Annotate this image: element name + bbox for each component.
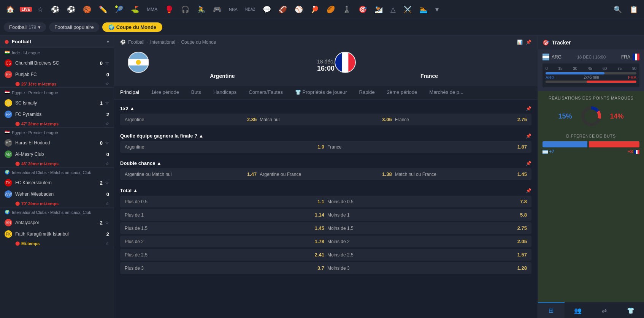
match-row[interactable]: PF Punjab FC 0: [0, 69, 114, 80]
tracker-tab-shirt[interactable]: 👕: [617, 302, 644, 318]
live-badge[interactable]: LIVE: [20, 7, 32, 12]
football-populaire-button[interactable]: Football populaire: [49, 22, 99, 32]
triangle-icon[interactable]: △: [388, 4, 398, 15]
match-row[interactable]: HE Haras El Hodood 0 ☆: [0, 137, 114, 149]
match-row[interactable]: SI SC Ismaily 1 ☆: [0, 97, 114, 109]
stats-icon[interactable]: 📊: [517, 40, 523, 45]
tab-principal[interactable]: Principal: [114, 85, 145, 100]
bet-col-fra-finale[interactable]: France 1.87: [327, 144, 527, 150]
golf-icon[interactable]: ⛳: [128, 4, 141, 15]
star-icon[interactable]: ☆: [105, 60, 109, 66]
tab-2eme-periode[interactable]: 2ème période: [381, 85, 424, 100]
bet-under-25[interactable]: Moins de 2.5 1.57: [327, 252, 527, 258]
worldcup-icon[interactable]: ⚽: [49, 4, 62, 15]
bet-under-2[interactable]: Moins de 2 2.05: [327, 239, 527, 244]
tracker-tab-arrows[interactable]: ⇄: [591, 302, 618, 318]
mma-icon[interactable]: MMA: [144, 5, 160, 14]
home-icon[interactable]: 🏠: [4, 4, 17, 15]
tennis-icon[interactable]: 🎾: [113, 4, 125, 15]
headphones-icon[interactable]: 🎧: [179, 4, 192, 15]
team-name-fatih: Fatih Karagümrük Istanbul: [15, 231, 105, 237]
bet-col-arg-finale[interactable]: Argentine 1.9: [125, 144, 324, 150]
match-time-display: 18 déc. 16:00: [317, 59, 335, 73]
chess-icon[interactable]: ♟️: [340, 4, 353, 15]
pencil-icon[interactable]: ✏️: [97, 4, 109, 15]
football-icon[interactable]: ⚽: [65, 4, 78, 15]
sidebar-chevron[interactable]: ▾: [107, 39, 109, 44]
bet-over-2[interactable]: Plus de 2 1.78: [125, 239, 324, 244]
match-row[interactable]: AN Antalyaspor 2 ☆: [0, 217, 114, 228]
bet-col-nul-fra[interactable]: Match nul ou France 1.45: [395, 171, 527, 177]
nba-icon[interactable]: NBA: [227, 6, 240, 13]
table-tennis-icon[interactable]: 🏓: [308, 4, 321, 15]
swim-icon[interactable]: 🏊: [417, 4, 430, 15]
match-date: 18 déc.: [317, 59, 335, 65]
tab-rapide[interactable]: Rapide: [353, 85, 381, 100]
tab-marches[interactable]: Marchés de p...: [423, 85, 470, 100]
bet-under-05[interactable]: Moins de 0.5 7.8: [327, 199, 527, 204]
chat-icon[interactable]: 💬: [260, 4, 273, 15]
football-filter[interactable]: Football 179 ▾: [4, 22, 46, 32]
tab-proprietes[interactable]: 👕 Propriétés de joueur: [289, 85, 353, 100]
bet-over-15[interactable]: Plus de 1.5 1.45: [125, 225, 324, 231]
more-icon[interactable]: ▾: [433, 4, 441, 15]
tab-buts[interactable]: Buts: [185, 85, 207, 100]
bet-col-arg-nul[interactable]: Argentine ou Match nul 1.47: [125, 171, 257, 177]
boxing-icon[interactable]: 🥊: [163, 4, 176, 15]
pin-icon[interactable]: 📌: [526, 40, 531, 45]
star-icon[interactable]: ☆: [105, 180, 109, 185]
star-fav[interactable]: ☆: [105, 81, 109, 86]
search-icon[interactable]: 🔍: [611, 4, 624, 15]
esports-icon[interactable]: 🎮: [211, 4, 224, 15]
bet-over-3[interactable]: Plus de 3 3.7: [125, 265, 324, 271]
tracker-tab-field[interactable]: ⊞: [538, 302, 565, 318]
team-icon-antalya: AN: [5, 219, 12, 226]
coupe-du-monde-button[interactable]: 🌍 Coupe du Monde: [102, 22, 162, 32]
tab-handicaps[interactable]: Handicaps: [207, 85, 243, 100]
bet-over-05[interactable]: Plus de 0.5 1.1: [125, 199, 324, 204]
tab-1ere-periode[interactable]: 1ère période: [145, 85, 185, 100]
match-row[interactable]: WW Wehen Wiesbaden 0: [0, 188, 114, 200]
match-row[interactable]: FK FC Kaiserslautern 2 ☆: [0, 177, 114, 188]
star-icon[interactable]: ☆: [105, 100, 109, 106]
bet-over-25[interactable]: Plus de 2.5 2.41: [125, 252, 324, 258]
bet-under-15[interactable]: Moins de 1.5 2.75: [327, 225, 527, 231]
star-fav[interactable]: ☆: [105, 241, 109, 246]
match-row[interactable]: FK Fatih Karagümrük Istanbul 2: [0, 228, 114, 240]
bet-col-argentine[interactable]: Argentine 2.85: [125, 117, 257, 122]
bet-col-arg-fra[interactable]: Argentine ou France 1.38: [260, 171, 392, 177]
nba2-icon[interactable]: NBA2: [243, 6, 257, 13]
star-fav[interactable]: ☆: [105, 201, 109, 206]
sword-icon[interactable]: ⚔️: [401, 4, 414, 15]
bet-under-1[interactable]: Moins de 1 5.8: [327, 212, 527, 218]
american-football-icon[interactable]: 🏈: [276, 4, 289, 15]
bet-over-1[interactable]: Plus de 1 1.14: [125, 212, 324, 218]
star-fav[interactable]: ☆: [105, 161, 109, 166]
ski-icon[interactable]: ⛷️: [372, 4, 385, 15]
betslip-icon[interactable]: 📋: [627, 4, 640, 15]
tabs-bar: Principal 1ère période Buts Handicaps Co…: [114, 85, 538, 100]
tab-corners[interactable]: Corners/Fautes: [243, 85, 289, 100]
star-icon[interactable]: ☆: [105, 140, 109, 146]
darts-icon[interactable]: 🎯: [356, 4, 369, 15]
basketball-icon[interactable]: 🏀: [81, 4, 94, 15]
star-fav[interactable]: ☆: [105, 121, 109, 126]
pin-finale[interactable]: 📌: [526, 133, 531, 139]
tracker-tab-players[interactable]: 👥: [565, 302, 591, 318]
svg-rect-10: [635, 54, 637, 60]
match-row[interactable]: AM Al-Masry Club 0: [0, 149, 114, 160]
cycling-icon[interactable]: 🚴: [195, 4, 208, 15]
match-row[interactable]: CS Churchill Brothers SC 0 ☆: [0, 57, 114, 69]
baseball-icon[interactable]: ⚾: [292, 4, 305, 15]
bet-col-nul[interactable]: Match nul 3.05: [260, 117, 392, 122]
bet-row-total-1: Plus de 1 1.14 Moins de 1 5.8: [120, 209, 531, 221]
match-row[interactable]: FP FC Pyramids 2: [0, 109, 114, 120]
pin-1x2[interactable]: 📌: [526, 106, 531, 111]
bet-col-france[interactable]: France 2.75: [395, 117, 527, 122]
rugby-icon[interactable]: 🏉: [324, 4, 337, 15]
favorites-icon[interactable]: ☆: [35, 4, 46, 15]
star-icon[interactable]: ☆: [105, 220, 109, 225]
pin-double[interactable]: 📌: [526, 161, 531, 166]
pin-total[interactable]: 📌: [526, 188, 531, 193]
bet-under-3[interactable]: Moins de 3 1.28: [327, 265, 527, 271]
